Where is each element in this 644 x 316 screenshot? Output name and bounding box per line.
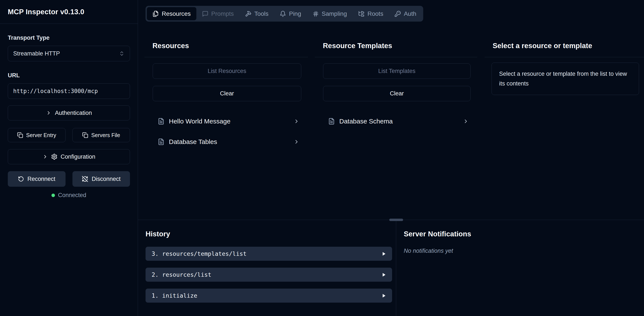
- detail-panel: Select a resource or template Select a r…: [484, 21, 644, 95]
- tab-sampling[interactable]: Sampling: [307, 7, 353, 20]
- resources-panel: Resources List Resources Clear Hello Wor…: [144, 21, 308, 155]
- file-text-icon: [328, 118, 335, 125]
- tab-label: Sampling: [322, 10, 347, 17]
- clear-resources-button[interactable]: Clear: [153, 86, 301, 101]
- resources-title: Resources: [144, 41, 308, 50]
- chevron-right-icon: [46, 110, 52, 116]
- chevron-right-icon: [463, 118, 469, 124]
- template-item[interactable]: Database Schema: [323, 114, 470, 129]
- reconnect-button[interactable]: Reconnect: [8, 171, 66, 187]
- files-icon: [152, 10, 159, 17]
- list-resources-button[interactable]: List Resources: [153, 63, 301, 79]
- file-text-icon: [158, 138, 164, 145]
- disconnect-label: Disconnect: [92, 176, 121, 182]
- tab-resources[interactable]: Resources: [147, 7, 196, 20]
- export-buttons-row: Server Entry Servers File: [8, 128, 130, 142]
- expand-arrow-icon: [381, 293, 386, 298]
- reconnect-label: Reconnect: [28, 176, 55, 182]
- rotate-ccw-icon: [18, 176, 24, 182]
- resource-item-label: Database Tables: [169, 138, 289, 146]
- sidebar-body: Transport Type Streamable HTTP URL Authe…: [0, 34, 138, 199]
- chevrons-up-down-icon: [119, 51, 124, 56]
- servers-file-button[interactable]: Servers File: [72, 128, 130, 142]
- copy-icon: [82, 132, 88, 138]
- url-input[interactable]: [8, 83, 130, 99]
- history-entry-label: 1. initialize: [152, 292, 381, 299]
- resource-item[interactable]: Hello World Message: [153, 114, 301, 129]
- transport-type-label: Transport Type: [8, 34, 130, 41]
- app-title: MCP Inspector v0.13.0: [8, 8, 84, 16]
- tab-label: Roots: [368, 10, 383, 17]
- url-label: URL: [8, 72, 130, 79]
- tab-prompts[interactable]: Prompts: [196, 7, 240, 20]
- configuration-button[interactable]: Configuration: [8, 149, 130, 164]
- expand-arrow-icon: [381, 251, 386, 256]
- status-label: Connected: [58, 192, 86, 199]
- authentication-button[interactable]: Authentication: [8, 105, 130, 121]
- history-entry-label: 3. resources/templates/list: [152, 250, 381, 257]
- hammer-icon: [245, 10, 252, 17]
- sidebar: MCP Inspector v0.13.0 Transport Type Str…: [0, 0, 138, 316]
- server-entry-label: Server Entry: [26, 132, 56, 138]
- history-entry[interactable]: 2. resources/list: [146, 268, 392, 282]
- resource-item-label: Hello World Message: [169, 118, 289, 125]
- history-title: History: [146, 229, 392, 239]
- tab-auth[interactable]: Auth: [389, 7, 422, 20]
- app-root: MCP Inspector v0.13.0 Transport Type Str…: [0, 0, 644, 316]
- configuration-label: Configuration: [60, 154, 95, 160]
- server-entry-button[interactable]: Server Entry: [8, 128, 66, 142]
- server-notifications-panel: Server Notifications No notifications ye…: [396, 220, 644, 316]
- key-icon: [394, 10, 401, 17]
- tab-roots[interactable]: Roots: [352, 7, 389, 20]
- connection-status: Connected: [8, 192, 130, 199]
- history-entry[interactable]: 3. resources/templates/list: [146, 247, 392, 261]
- tab-tools[interactable]: Tools: [240, 7, 274, 20]
- message-square-icon: [202, 10, 208, 17]
- expand-arrow-icon: [381, 272, 386, 277]
- tab-label: Resources: [162, 10, 191, 17]
- gear-icon: [51, 154, 58, 160]
- bottom-split: History 3. resources/templates/list 2. r…: [138, 220, 644, 316]
- divider: [484, 57, 644, 57]
- connection-buttons-row: Reconnect Disconnect: [8, 171, 130, 187]
- server-notifications-title: Server Notifications: [404, 229, 644, 239]
- tab-label: Ping: [289, 10, 301, 17]
- notifications-empty-message: No notifications yet: [404, 248, 644, 254]
- history-entry[interactable]: 1. initialize: [146, 289, 392, 303]
- tab-label: Tools: [254, 10, 268, 17]
- main-top: Resources Prompts Tools: [138, 0, 644, 220]
- refresh-off-icon: [82, 176, 88, 182]
- content-columns: Resources List Resources Clear Hello Wor…: [138, 21, 644, 155]
- bell-icon: [280, 10, 286, 17]
- servers-file-label: Servers File: [91, 132, 120, 138]
- resource-item[interactable]: Database Tables: [153, 134, 301, 150]
- history-panel: History 3. resources/templates/list 2. r…: [138, 220, 396, 316]
- tab-label: Auth: [404, 10, 416, 17]
- sidebar-header: MCP Inspector v0.13.0: [0, 0, 138, 24]
- chevron-right-icon: [42, 154, 48, 159]
- file-text-icon: [158, 118, 164, 125]
- tab-label: Prompts: [211, 10, 234, 17]
- chevron-right-icon: [294, 118, 300, 124]
- detail-empty-box: Select a resource or template from the l…: [492, 63, 639, 95]
- transport-select[interactable]: Streamable HTTP: [8, 46, 130, 61]
- tab-ping[interactable]: Ping: [274, 7, 307, 20]
- status-dot: [52, 194, 55, 197]
- folder-tree-icon: [358, 10, 364, 17]
- hash-icon: [312, 10, 319, 17]
- resource-templates-title: Resource Templates: [315, 41, 477, 50]
- list-templates-button[interactable]: List Templates: [323, 63, 470, 79]
- authentication-label: Authentication: [55, 110, 92, 116]
- transport-select-value: Streamable HTTP: [13, 50, 60, 57]
- tab-bar: Resources Prompts Tools: [146, 6, 423, 21]
- split-drag-handle[interactable]: [389, 219, 403, 221]
- disconnect-button[interactable]: Disconnect: [72, 171, 130, 187]
- clear-templates-button[interactable]: Clear: [323, 86, 470, 101]
- detail-empty-message: Select a resource or template from the l…: [499, 69, 632, 89]
- template-item-label: Database Schema: [339, 118, 458, 125]
- chevron-right-icon: [294, 139, 300, 145]
- history-entry-label: 2. resources/list: [152, 271, 381, 278]
- main-area: Resources Prompts Tools: [138, 0, 644, 316]
- copy-icon: [17, 132, 23, 138]
- resource-templates-panel: Resource Templates List Templates Clear …: [315, 21, 477, 134]
